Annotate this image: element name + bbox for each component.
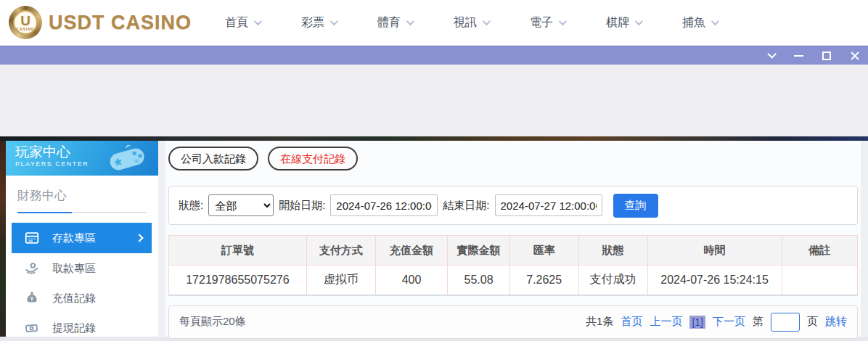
left-background-strip (0, 141, 6, 337)
sidebar-item-withdrawal-records[interactable]: 提現記錄 (12, 313, 152, 341)
nav-item-fishing[interactable]: 捕魚 (682, 15, 717, 30)
search-button[interactable]: 查詢 (613, 194, 658, 218)
cell-payment-method: 虚拟币 (306, 266, 375, 295)
nav-label: 視訊 (454, 15, 477, 30)
filter-bar: 狀態: 全部 開始日期: 結束日期: 查詢 (168, 186, 858, 225)
close-icon[interactable] (849, 50, 861, 62)
col-status: 狀態 (578, 236, 647, 266)
site-logo[interactable]: U CASINO USDT CASINO (9, 6, 192, 39)
deposit-card-icon (24, 230, 40, 246)
end-date-label: 結束日期: (443, 199, 489, 213)
nav-item-slots[interactable]: 電子 (530, 15, 565, 30)
pagination-bar: 每頁顯示20條 共1条 首页 上一页 [1] 下一页 第 页 跳转 (168, 305, 858, 339)
sidebar-item-withdraw-zone[interactable]: 取款專區 (12, 254, 152, 283)
sidebar-item-label: 存款專區 (52, 231, 96, 245)
page-size-text: 每頁顯示20條 (179, 315, 246, 329)
sidebar-menu: 存款專區 取款專區 充值記錄 提現記錄 (6, 223, 158, 341)
cell-time: 2024-07-26 15:24:15 (647, 266, 782, 295)
prev-page-link[interactable]: 上一页 (650, 315, 682, 329)
nav-label: 電子 (530, 15, 553, 30)
nav-label: 捕魚 (682, 15, 705, 30)
nav-item-live[interactable]: 視訊 (454, 15, 488, 30)
gamepad-icon (103, 144, 151, 174)
finance-title-underline (17, 212, 147, 213)
chevron-down-icon (254, 17, 262, 25)
current-page-badge: [1] (689, 316, 705, 329)
cell-order-number: 1721978655075276 (169, 266, 307, 295)
chevron-down-icon[interactable] (764, 50, 776, 62)
nav-item-lottery[interactable]: 彩票 (301, 15, 336, 30)
chevron-glyph (767, 49, 777, 59)
col-time: 時間 (647, 236, 782, 266)
top-navigation-bar: U CASINO USDT CASINO 首頁 彩票 體育 視訊 電子 棋牌 (0, 0, 868, 46)
sidebar-item-label: 提現記錄 (52, 321, 96, 335)
col-payment-method: 支付方式 (306, 236, 375, 266)
table-header-row: 訂單號 支付方式 充值金額 實際金額 匯率 狀態 時間 備註 (169, 236, 858, 266)
logo-coin-inner: U CASINO (13, 10, 38, 35)
sidebar-item-recharge-records[interactable]: 充值記錄 (12, 284, 152, 313)
minimize-glyph (794, 55, 803, 57)
minimize-icon[interactable] (793, 50, 804, 62)
logo-coin-icon: U CASINO (9, 6, 42, 39)
sidebar: 玩家中心 PLAYERS CENTER 財務中心 (6, 141, 158, 337)
banknote-icon (24, 320, 40, 336)
jump-suffix-label: 页 (807, 315, 818, 329)
col-actual-amount: 實際金額 (448, 236, 509, 266)
col-remark: 備註 (782, 236, 857, 266)
sidebar-item-label: 取款專區 (52, 262, 96, 276)
nav-item-sports[interactable]: 體育 (377, 15, 412, 30)
sidebar-item-deposit-zone[interactable]: 存款專區 (12, 223, 152, 253)
players-center-header: 玩家中心 PLAYERS CENTER (6, 141, 158, 176)
status-label: 狀態: (179, 199, 203, 213)
cell-recharge-amount: 400 (375, 266, 448, 295)
logo-emblem-sub: CASINO (16, 27, 34, 31)
main-nav: 首頁 彩票 體育 視訊 電子 棋牌 捕魚 (225, 15, 717, 30)
pagination-controls: 共1条 首页 上一页 [1] 下一页 第 页 跳转 (586, 313, 847, 332)
start-date-label: 開始日期: (279, 199, 325, 213)
logo-wordmark: USDT CASINO (49, 12, 192, 34)
nav-label: 首頁 (225, 15, 248, 30)
chevron-down-icon (330, 17, 338, 25)
page-jump-input[interactable] (771, 313, 800, 332)
nav-item-home[interactable]: 首頁 (225, 15, 260, 30)
chevron-right-icon (135, 234, 143, 242)
first-page-link[interactable]: 首页 (621, 315, 642, 329)
col-order-number: 訂單號 (169, 236, 307, 266)
nav-item-cards[interactable]: 棋牌 (606, 15, 641, 30)
chevron-down-icon (406, 17, 414, 25)
maximize-icon[interactable] (821, 50, 832, 62)
records-table: 訂單號 支付方式 充值金額 實際金額 匯率 狀態 時間 備註 172197865… (168, 235, 858, 296)
chevron-down-icon (635, 17, 643, 25)
end-date-input[interactable] (495, 194, 602, 216)
cell-status: 支付成功 (578, 266, 647, 295)
tab-online-payment-records[interactable]: 在線支付記錄 (268, 147, 358, 170)
total-count-text: 共1条 (586, 315, 613, 329)
jump-prefix-label: 第 (753, 315, 763, 329)
next-page-link[interactable]: 下一页 (713, 315, 745, 329)
sidebar-item-label: 充值記錄 (52, 292, 96, 305)
logo-letter: U (20, 15, 30, 27)
table-row: 1721978655075276 虚拟币 400 55.08 7.2625 支付… (169, 266, 858, 295)
col-exchange-rate: 匯率 (509, 236, 578, 266)
window-controls (764, 46, 861, 65)
chevron-down-icon (483, 17, 491, 25)
chevron-down-icon (711, 17, 719, 25)
nav-label: 棋牌 (606, 15, 629, 30)
start-date-input[interactable] (330, 194, 438, 216)
jump-button[interactable]: 跳转 (825, 315, 847, 329)
cell-exchange-rate: 7.2625 (509, 266, 578, 295)
finance-center-title: 財務中心 (17, 187, 147, 212)
cell-remark (782, 266, 857, 295)
tab-company-deposit-records[interactable]: 公司入款記錄 (168, 147, 258, 170)
nav-label: 體育 (377, 15, 401, 30)
status-select[interactable]: 全部 (208, 194, 274, 216)
withdraw-hand-icon (24, 260, 40, 276)
col-recharge-amount: 充值金額 (375, 236, 448, 266)
chevron-down-icon (559, 17, 567, 25)
record-tabs: 公司入款記錄 在線支付記錄 (168, 147, 858, 170)
money-bag-icon (24, 290, 40, 306)
content-panel: 公司入款記錄 在線支付記錄 狀態: 全部 開始日期: 結束日期: 查詢 訂單號 … (165, 141, 861, 337)
main-area: 玩家中心 PLAYERS CENTER 財務中心 (0, 141, 868, 341)
nav-label: 彩票 (301, 15, 324, 30)
maximize-glyph (822, 52, 831, 60)
